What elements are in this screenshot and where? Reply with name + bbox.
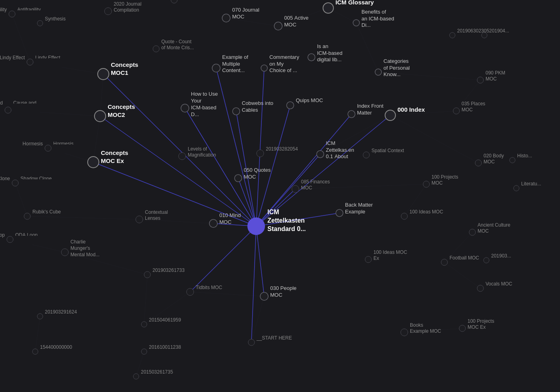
graph-canvas bbox=[0, 0, 560, 392]
